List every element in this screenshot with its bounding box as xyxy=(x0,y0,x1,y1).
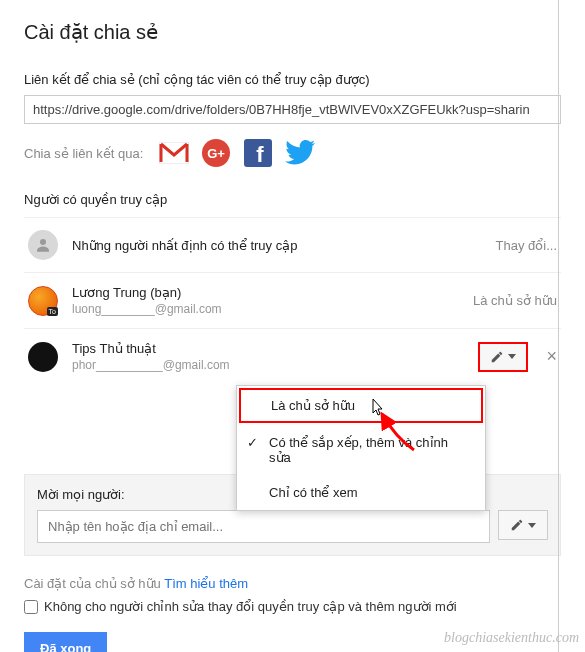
collaborator-name: Tips Thủ thuật xyxy=(72,341,478,356)
share-via-row: Chia sẻ liên kết qua: G+ f xyxy=(24,138,561,168)
twitter-icon[interactable] xyxy=(285,138,315,168)
access-specific-row: Những người nhất định có thể truy cập Th… xyxy=(24,217,561,272)
pencil-icon xyxy=(510,518,524,532)
gmail-icon[interactable] xyxy=(159,138,189,168)
change-access-link[interactable]: Thay đổi... xyxy=(496,238,557,253)
prevent-editors-checkbox-row[interactable]: Không cho người chỉnh sửa thay đổi quyền… xyxy=(24,599,561,614)
owner-name: Lương Trung (bạn) xyxy=(72,285,473,300)
dropdown-option-edit[interactable]: ✓ Có thể sắp xếp, thêm và chỉnh sửa xyxy=(237,425,485,475)
collaborator-row: Tips Thủ thuật phor__________@gmail.com … xyxy=(24,328,561,384)
svg-point-5 xyxy=(40,239,46,245)
check-icon: ✓ xyxy=(247,435,258,450)
google-plus-icon[interactable]: G+ xyxy=(201,138,231,168)
invite-permission-button[interactable] xyxy=(498,510,548,540)
dialog-title: Cài đặt chia sẻ xyxy=(24,20,561,44)
chevron-down-icon xyxy=(528,523,536,528)
invite-input[interactable] xyxy=(37,510,490,543)
owner-settings-row: Cài đặt của chủ sở hữu Tìm hiểu thêm xyxy=(24,576,561,591)
link-label: Liên kết để chia sẻ (chỉ cộng tác viên c… xyxy=(24,72,561,87)
people-icon xyxy=(28,230,58,260)
avatar xyxy=(28,286,58,316)
prevent-editors-label: Không cho người chỉnh sửa thay đổi quyền… xyxy=(44,599,457,614)
permission-dropdown-button[interactable] xyxy=(478,342,528,372)
dropdown-option-owner[interactable]: Là chủ sở hữu xyxy=(239,388,483,423)
owner-settings-label: Cài đặt của chủ sở hữu xyxy=(24,576,161,591)
dropdown-option-view[interactable]: Chỉ có thể xem xyxy=(237,475,485,510)
owner-row: Lương Trung (bạn) luong________@gmail.co… xyxy=(24,272,561,328)
watermark: blogchiasekienthuc.com xyxy=(444,630,579,646)
share-settings-dialog: Cài đặt chia sẻ Liên kết để chia sẻ (chỉ… xyxy=(0,0,585,652)
avatar xyxy=(28,342,58,372)
collaborator-email: phor__________@gmail.com xyxy=(72,358,478,372)
owner-email: luong________@gmail.com xyxy=(72,302,473,316)
access-heading: Người có quyền truy cập xyxy=(24,192,561,207)
svg-text:f: f xyxy=(257,142,265,167)
pencil-icon xyxy=(490,350,504,364)
done-button[interactable]: Đã xong xyxy=(24,632,107,652)
svg-text:G+: G+ xyxy=(207,146,225,161)
chevron-down-icon xyxy=(508,354,516,359)
owner-role-label: Là chủ sở hữu xyxy=(473,293,557,308)
share-link-input[interactable] xyxy=(24,95,561,124)
specific-access-text: Những người nhất định có thể truy cập xyxy=(72,238,496,253)
remove-collaborator-button[interactable]: × xyxy=(546,346,557,367)
permission-dropdown-menu: Là chủ sở hữu ✓ Có thể sắp xếp, thêm và … xyxy=(236,385,486,511)
prevent-editors-checkbox[interactable] xyxy=(24,600,38,614)
facebook-icon[interactable]: f xyxy=(243,138,273,168)
share-via-label: Chia sẻ liên kết qua: xyxy=(24,146,143,161)
learn-more-link[interactable]: Tìm hiểu thêm xyxy=(164,576,248,591)
